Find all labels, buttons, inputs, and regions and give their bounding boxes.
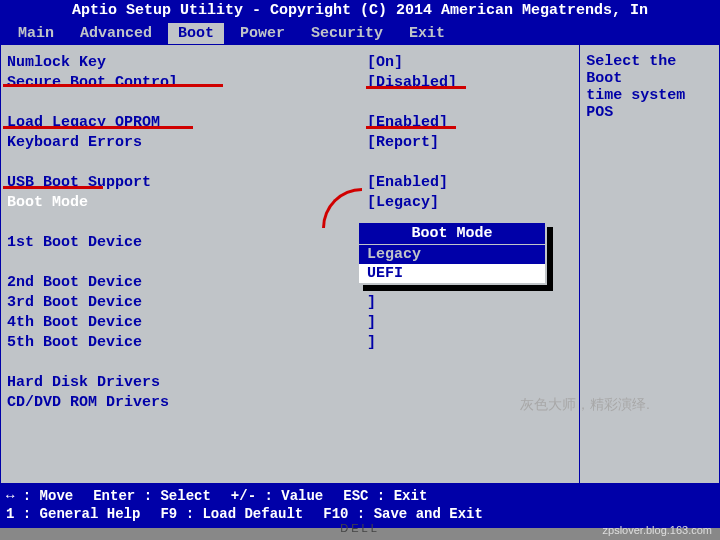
setting-usb-boot[interactable]: USB Boot Support [Enabled]: [7, 173, 573, 193]
label: 5th Boot Device: [7, 333, 367, 353]
setting-kbd-errors[interactable]: Keyboard Errors [Report]: [7, 133, 573, 153]
popup-title: Boot Mode: [359, 223, 545, 245]
help-text-line1: Select the Boot: [586, 53, 713, 87]
value: [Disabled]: [367, 73, 457, 93]
setting-numlock[interactable]: Numlock Key [On]: [7, 53, 573, 73]
help-f10: F10 : Save and Exit: [323, 505, 483, 523]
watermark-text: 灰色大师，精彩演绎.: [520, 396, 650, 414]
label: Hard Disk Drivers: [7, 373, 367, 393]
value: [Enabled]: [367, 173, 448, 193]
setting-cd-drivers[interactable]: CD/DVD ROM Drivers: [7, 393, 573, 413]
help-text-line2: time system POS: [586, 87, 713, 121]
label: 3rd Boot Device: [7, 293, 367, 313]
tab-main[interactable]: Main: [8, 23, 64, 44]
tab-advanced[interactable]: Advanced: [70, 23, 162, 44]
label: USB Boot Support: [7, 173, 367, 193]
boot-mode-popup: Boot Mode Legacy UEFI: [357, 221, 547, 285]
label: Keyboard Errors: [7, 133, 367, 153]
help-f1: 1 : General Help: [6, 505, 140, 523]
value: [Enabled]: [367, 113, 448, 133]
tab-exit[interactable]: Exit: [399, 23, 455, 44]
bios-screen: Aptio Setup Utility - Copyright (C) 2014…: [0, 0, 720, 510]
value: ]: [367, 333, 376, 353]
setting-boot4[interactable]: 4th Boot Device ]: [7, 313, 573, 333]
value: [Report]: [367, 133, 439, 153]
annotation-underline: [366, 126, 456, 129]
title-bar: Aptio Setup Utility - Copyright (C) 2014…: [0, 0, 720, 22]
setting-boot-mode[interactable]: Boot Mode [Legacy]: [7, 193, 573, 213]
dell-logo: DELL: [340, 522, 380, 534]
label: Secure Boot Control: [7, 73, 367, 93]
annotation-underline: [3, 126, 193, 129]
setting-boot5[interactable]: 5th Boot Device ]: [7, 333, 573, 353]
help-esc: ESC : Exit: [343, 487, 427, 505]
watermark-url: zpslover.blog.163.com: [603, 524, 712, 536]
value: ]: [367, 293, 376, 313]
label: 2nd Boot Device: [7, 273, 367, 293]
tab-power[interactable]: Power: [230, 23, 295, 44]
help-move: ↔ : Move: [6, 487, 73, 505]
tab-boot[interactable]: Boot: [168, 23, 224, 44]
settings-panel: Numlock Key [On] Secure Boot Control [Di…: [1, 45, 579, 483]
setting-boot3[interactable]: 3rd Boot Device ]: [7, 293, 573, 313]
tab-security[interactable]: Security: [301, 23, 393, 44]
value: ]: [367, 313, 376, 333]
annotation-underline: [366, 86, 466, 89]
help-f9: F9 : Load Default: [160, 505, 303, 523]
setting-hdd-drivers[interactable]: Hard Disk Drivers: [7, 373, 573, 393]
annotation-underline: [3, 186, 103, 189]
label: CD/DVD ROM Drivers: [7, 393, 367, 413]
tab-bar: Main Advanced Boot Power Security Exit: [0, 22, 720, 44]
value: [On]: [367, 53, 403, 73]
setting-secure-boot[interactable]: Secure Boot Control [Disabled]: [7, 73, 573, 93]
label: Numlock Key: [7, 53, 367, 73]
main-area: Numlock Key [On] Secure Boot Control [Di…: [0, 44, 720, 484]
setting-load-oprom[interactable]: Load Legacy OPROM [Enabled]: [7, 113, 573, 133]
label: 1st Boot Device: [7, 233, 361, 273]
help-enter: Enter : Select: [93, 487, 211, 505]
annotation-underline: [3, 84, 223, 87]
label: Boot Mode: [7, 193, 367, 213]
label: 4th Boot Device: [7, 313, 367, 333]
value: [Legacy]: [367, 193, 439, 213]
label: Load Legacy OPROM: [7, 113, 367, 133]
popup-option-legacy[interactable]: Legacy: [359, 245, 545, 264]
popup-option-uefi[interactable]: UEFI: [359, 264, 545, 283]
help-plusminus: +/- : Value: [231, 487, 323, 505]
help-panel: Select the Boot time system POS: [579, 45, 719, 483]
